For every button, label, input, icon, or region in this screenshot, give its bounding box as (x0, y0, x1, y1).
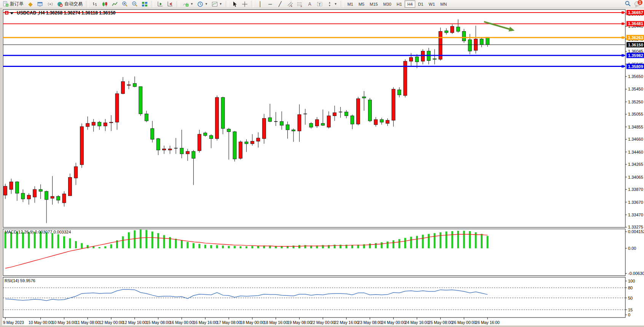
bar-chart-button[interactable] (90, 0, 100, 8)
timeframe-MN[interactable]: MN (438, 0, 450, 8)
candle-up (51, 197, 54, 198)
chart-shift-button[interactable] (165, 0, 175, 8)
label-button[interactable]: T (315, 0, 325, 8)
macd-bar (187, 242, 188, 248)
bar-chart-icon (92, 1, 98, 7)
metaeditor-button[interactable] (35, 0, 45, 8)
macd-bar (22, 232, 24, 248)
candle-up (262, 118, 266, 138)
text-button[interactable]: A (305, 0, 315, 8)
cursor-button[interactable] (230, 0, 240, 8)
candle-up (392, 89, 395, 120)
time-axis[interactable]: 9 May 202310 May 00:0010 May 16:0011 May… (3, 317, 500, 325)
autoscroll-button[interactable] (155, 0, 165, 8)
macd-bar (392, 240, 394, 248)
trendline-button[interactable]: ╱ (275, 0, 285, 8)
fibonacci-button[interactable]: F (295, 0, 305, 8)
macd-bar (198, 244, 200, 248)
timeframe-W1[interactable]: W1 (426, 0, 438, 8)
horizontal-line-button[interactable]: ─ (265, 0, 275, 8)
candle-down (39, 189, 42, 191)
time-tick-label: 24 May 16:00 (405, 320, 429, 325)
macd-bar (69, 238, 71, 248)
candle-down (133, 83, 136, 86)
macd-bar (145, 230, 147, 248)
axis-tick-label: 100 (628, 279, 635, 283)
chevron-down-icon: ▼ (190, 2, 193, 6)
gold-button[interactable]: ◆ (26, 0, 35, 8)
channel-icon: E (287, 1, 293, 7)
arrows-button[interactable]: ▼ (325, 0, 339, 8)
timeframe-H4[interactable]: H4 (405, 0, 415, 8)
hline-handle[interactable] (622, 22, 624, 25)
channel-button[interactable]: E (285, 0, 295, 8)
hline-handle[interactable] (622, 54, 624, 57)
signals-icon (47, 1, 53, 7)
time-tick-label: 24 May 00:00 (381, 320, 406, 325)
macd-bar (163, 235, 165, 248)
candle-up (104, 123, 107, 126)
candle-up (333, 113, 336, 116)
line-chart-icon (112, 1, 118, 7)
new-order-icon (3, 1, 9, 7)
time-tick-label: 23 May 08:00 (358, 320, 382, 325)
candle-up (86, 124, 89, 127)
tile-windows-button[interactable] (140, 0, 150, 8)
chat-icon[interactable]: 1 (634, 1, 642, 8)
crosshair-button[interactable] (240, 0, 250, 8)
candlestick-icon (102, 1, 108, 7)
timeframe-D1[interactable]: D1 (415, 0, 426, 8)
zoom-in-button[interactable] (120, 0, 130, 8)
axis-tick-label: 1.34660 (628, 137, 643, 141)
periods-button[interactable]: ▼ (195, 0, 210, 8)
candle-down (433, 59, 436, 59)
templates-button[interactable]: ▼ (210, 0, 224, 8)
candle-up (4, 186, 7, 195)
macd-bar (10, 232, 12, 248)
axis-tick-label: 1.35250 (628, 100, 643, 104)
candle-down (156, 139, 160, 150)
chart-canvas[interactable]: USDCAD ,H4 1.36268 1.36274 1.36118 1.361… (2, 8, 644, 325)
hline-handle[interactable] (622, 11, 624, 14)
vertical-line-button[interactable]: │ (255, 0, 265, 8)
candle-down (15, 182, 19, 193)
candle-down (21, 193, 25, 199)
line-chart-button[interactable] (110, 0, 120, 8)
timeframe-M5[interactable]: M5 (356, 0, 367, 8)
templates-icon (212, 1, 218, 7)
candlestick-button[interactable] (100, 0, 110, 8)
timeframe-M1[interactable]: M1 (345, 0, 356, 8)
new-order-button[interactable]: 新订单 (1, 0, 26, 8)
auto-trading-button[interactable]: 自动交易 (55, 0, 84, 8)
time-tick-label: 22 May 00:00 (311, 320, 335, 325)
indicators-button[interactable]: ▼ (181, 0, 195, 8)
candle-up (163, 149, 166, 150)
candle-down (351, 116, 354, 124)
toolbar-separator (226, 1, 228, 7)
macd-bar (228, 246, 230, 248)
time-tick-label: 11 May 08:00 (76, 320, 100, 325)
axis-tick-label: -0.006309 (628, 271, 644, 276)
candle-up (110, 122, 113, 123)
macd-bar (99, 247, 100, 248)
price-badge-label: 1.36657 (628, 10, 643, 15)
search-icon[interactable] (625, 0, 631, 8)
macd-bar (304, 245, 306, 248)
timeframe-M30[interactable]: M30 (381, 0, 394, 8)
hline-handle[interactable] (622, 37, 624, 39)
price-axis[interactable]: 1.366351.364401.362401.360451.358451.356… (625, 10, 644, 317)
hline-handle[interactable] (622, 65, 624, 68)
macd-bar (486, 236, 488, 248)
macd-bar (216, 245, 218, 248)
zoom-out-button[interactable] (130, 0, 140, 8)
toolbar-separator (177, 1, 179, 7)
candle-up (92, 122, 95, 125)
candle-up (74, 167, 78, 178)
candle-down (368, 100, 371, 121)
time-tick-label: 10 May 16:00 (52, 320, 77, 325)
notification-badge: 1 (638, 0, 642, 5)
macd-bar (57, 234, 59, 248)
signals-button[interactable] (45, 0, 55, 8)
timeframe-M15[interactable]: M15 (367, 0, 380, 8)
timeframe-H1[interactable]: H1 (394, 0, 405, 8)
